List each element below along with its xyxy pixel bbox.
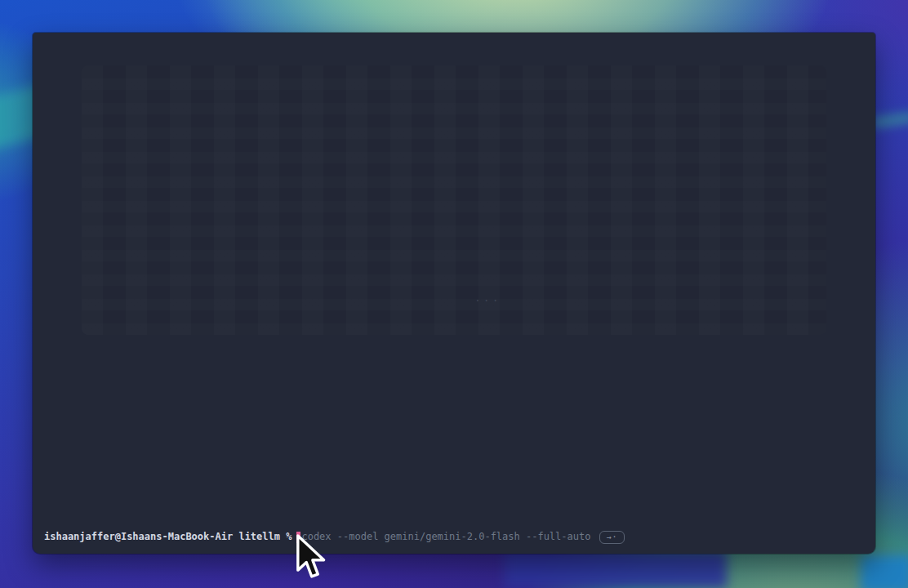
wallpaper-blue-corner xyxy=(861,555,908,588)
wallpaper-indigo-patch xyxy=(505,550,727,588)
loading-ellipsis: ··· xyxy=(474,294,501,306)
terminal-prompt-line[interactable]: ishaanjaffer@Ishaans-MacBook-Air litellm… xyxy=(44,530,867,544)
autosuggestion-text: codex --model gemini/gemini-2.0-flash --… xyxy=(301,530,590,544)
text-cursor-caret xyxy=(296,532,300,543)
terminal-window[interactable]: ··· ishaanjaffer@Ishaans-MacBook-Air lit… xyxy=(33,33,875,554)
tab-key-hint-badge: →· xyxy=(599,531,624,544)
wallpaper-teal-line xyxy=(872,113,908,127)
shell-prompt-text: ishaanjaffer@Ishaans-MacBook-Air litellm… xyxy=(44,530,292,544)
